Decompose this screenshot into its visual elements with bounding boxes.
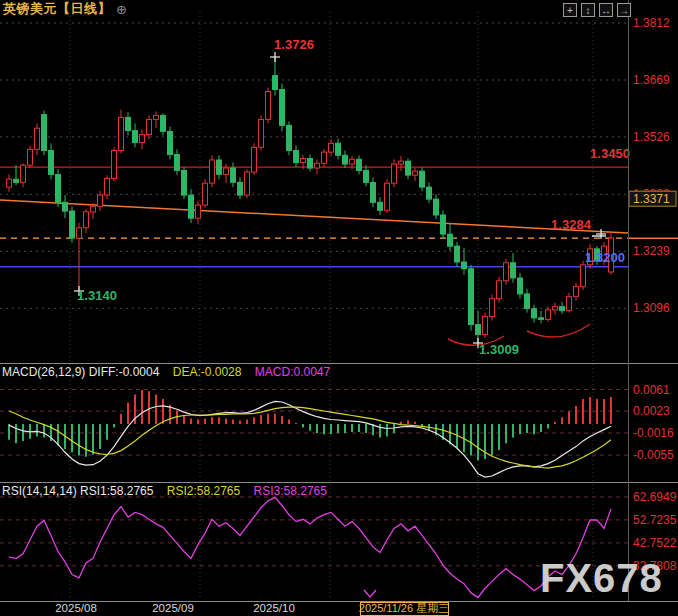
candle-body <box>420 171 425 187</box>
candle-body <box>203 183 208 205</box>
candle-body <box>21 165 26 182</box>
candle-body <box>329 143 334 152</box>
x-axis-scale-icon[interactable]: ↔ <box>599 3 613 17</box>
candle-body <box>112 151 117 179</box>
macd-axis-label: 0.0023 <box>633 404 670 418</box>
candle-body <box>126 117 131 130</box>
candle-body <box>35 128 40 149</box>
rsi-axis-label: 42.7522 <box>633 536 677 550</box>
candle-body <box>147 119 152 134</box>
candle-body <box>308 159 313 169</box>
candle-body <box>343 155 348 164</box>
candle-body <box>448 234 453 246</box>
candle-body <box>539 318 544 320</box>
macd-axis-label: 0.0061 <box>633 383 670 397</box>
exit-chart-icon[interactable]: → <box>617 3 631 17</box>
chart-toolbar: +↕↔→ <box>563 3 631 17</box>
trendline <box>0 200 628 233</box>
candle-body <box>532 309 537 318</box>
candle-body <box>385 183 390 210</box>
candle-body <box>581 265 586 287</box>
page-title: 英镑美元【日线】 <box>3 0 111 18</box>
candle-body <box>546 310 551 320</box>
price-axis-label: 1.3239 <box>633 244 670 258</box>
candle-body <box>427 187 432 199</box>
macd-header: MACD(26,12,9) DIFF:-0.0004 DEA:-0.0028 M… <box>2 365 330 379</box>
macd-axis-label: -0.0055 <box>633 448 674 462</box>
candle-body <box>224 168 229 174</box>
candle-body <box>84 212 89 228</box>
month-label: 2025/09 <box>152 602 194 614</box>
support-label: 1.3200 <box>585 250 625 265</box>
candle-body <box>483 317 488 335</box>
y-axis-scale-icon[interactable]: ↕ <box>581 3 595 17</box>
candle-body <box>231 168 236 182</box>
chart-titlebar: 英镑美元【日线】 ⊕ <box>3 1 127 17</box>
candle-body <box>105 178 110 195</box>
candle-body <box>161 115 166 131</box>
candle-body <box>63 202 68 211</box>
trading-chart-window: 英镑美元【日线】 ⊕ +↕↔→ 1.37261.31401.30091.3450… <box>0 0 678 616</box>
candle-body <box>567 297 572 311</box>
rsi-axis-label: 62.6949 <box>633 490 677 504</box>
candle-body <box>14 179 19 182</box>
candle-body <box>119 117 124 150</box>
candle-body <box>406 161 411 175</box>
macd-dea-label: DEA:-0.0028 <box>173 365 242 379</box>
candle-body <box>245 172 250 195</box>
price-annotation: 1.3009 <box>479 342 519 357</box>
candle-body <box>392 164 397 183</box>
candle-body <box>497 281 502 299</box>
candle-body <box>490 299 495 317</box>
candle-body <box>434 199 439 215</box>
candle-body <box>140 135 145 143</box>
candle-body <box>364 170 369 182</box>
price-annotation: 1.3726 <box>274 37 314 52</box>
candle-body <box>560 307 565 311</box>
month-label: 2025/10 <box>253 602 295 614</box>
candle-body <box>77 228 82 238</box>
candle-body <box>525 294 530 309</box>
rsi-header: RSI(14,14,14) RSI1:58.2765 RSI2:58.2765 … <box>2 484 327 498</box>
candle-body <box>210 160 215 183</box>
price-axis-label: 1.3812 <box>633 16 670 30</box>
candle-body <box>238 182 243 195</box>
candle-body <box>252 147 257 172</box>
candle-body <box>42 115 47 151</box>
candle-body <box>196 205 201 218</box>
candle-body <box>322 152 327 163</box>
rsi-line <box>9 497 611 597</box>
candle-body <box>280 90 285 126</box>
candle-body <box>553 307 558 310</box>
candle-body <box>154 115 159 119</box>
candle-body <box>175 155 180 171</box>
date-pointer-icon <box>364 590 376 597</box>
rsi-params-rsi1-label: RSI(14,14,14) RSI1:58.2765 <box>2 484 153 498</box>
candle-body <box>462 262 467 269</box>
candle-body <box>301 159 306 163</box>
candle-body <box>504 263 509 281</box>
candle-body <box>28 149 33 165</box>
add-indicator-icon[interactable]: ⊕ <box>116 2 127 17</box>
fx678-watermark: FX678 <box>540 556 663 601</box>
macd-value-label: MACD:0.0047 <box>255 365 330 379</box>
candle-body <box>441 215 446 234</box>
candle-body <box>287 125 292 150</box>
chart-canvas[interactable]: 1.37261.31401.30091.34501.32841.32001.38… <box>0 0 678 616</box>
double-bottom-arc <box>527 324 590 337</box>
crosshair-tool-icon[interactable]: + <box>563 3 577 17</box>
candle-body <box>273 76 278 90</box>
current-price-tag: 1.3371 <box>633 192 670 206</box>
price-axis-label: 1.3096 <box>633 301 670 315</box>
candle-body <box>133 131 138 143</box>
candle-body <box>378 202 383 210</box>
candle-body <box>182 170 187 195</box>
resistance-label: 1.3450 <box>590 146 630 161</box>
candle-body <box>399 161 404 164</box>
candle-body <box>350 159 355 164</box>
candle-body <box>259 119 264 147</box>
price-annotation: 1.3140 <box>77 288 117 303</box>
candle-body <box>371 182 376 202</box>
candle-body <box>7 179 12 187</box>
rsi3-label: RSI3:58.2765 <box>254 484 327 498</box>
